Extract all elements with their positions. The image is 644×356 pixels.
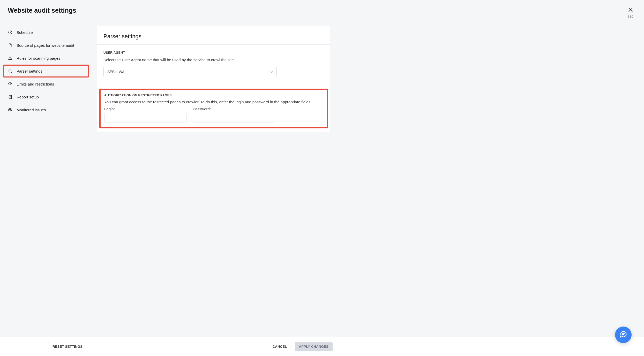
svg-point-5 [9,69,11,72]
sidebar-item-schedule[interactable]: Schedule [3,26,89,39]
sidebar-item-label: Schedule [17,30,33,35]
user-agent-section: USER AGENT Select the User Agent name th… [97,45,330,77]
sidebar-item-label: Monitored issues [17,108,46,112]
panel-title: Parser settings [103,33,141,40]
user-agent-select[interactable]: SEBot-WA [103,67,277,77]
page-title: Website audit settings [8,7,76,14]
clock-icon [8,30,12,35]
apply-changes-button[interactable]: APPLY CHANGES [295,342,333,351]
sidebar-item-label: Rules for scanning pages [17,56,60,60]
sidebar-item-limits[interactable]: Limits and restrictions [3,78,89,90]
report-icon [8,95,12,99]
authorization-section: AUTHORIZATION ON RESTRICTED PAGES You ca… [99,89,328,128]
chat-widget-button[interactable] [615,327,632,343]
sidebar-item-monitored[interactable]: Monitored issues [3,103,89,116]
cancel-button[interactable]: CANCEL [268,342,291,351]
info-icon[interactable]: i [144,34,144,37]
document-icon [8,43,12,48]
password-label: Password: [193,107,275,111]
sidebar-item-rules[interactable]: Rules for scanning pages [3,52,89,65]
reset-settings-button[interactable]: RESET SETTINGS [48,342,87,351]
section-divider [103,85,324,85]
sidebar-item-parser[interactable]: Parser settings [3,65,89,78]
magnifier-icon [8,69,12,73]
sidebar-item-label: Parser settings [17,69,42,73]
close-esc-label: ESC [627,15,634,18]
gauge-icon [8,82,12,86]
user-agent-select-wrap: SEBot-WA [103,67,277,77]
warning-icon [8,56,12,60]
sidebar-item-label: Report setup [17,95,39,99]
main-panel: Parser settings i USER AGENT Select the … [97,26,330,132]
sidebar-item-report[interactable]: Report setup [3,90,89,103]
login-label: Login: [104,107,186,111]
sidebar-item-label: Limits and restrictions [17,82,54,86]
authorization-label: AUTHORIZATION ON RESTRICTED PAGES [104,94,323,97]
login-input[interactable] [104,113,186,122]
settings-sidebar: Schedule Source of pages for website aud… [3,26,89,132]
chat-icon [619,330,627,339]
dialog-header: Website audit settings ESC [0,0,644,18]
close-button[interactable]: ESC [627,7,636,18]
user-agent-label: USER AGENT [103,51,324,55]
svg-line-6 [11,72,12,73]
password-input[interactable] [193,113,275,122]
sidebar-item-label: Source of pages for website audit [17,43,74,48]
eye-icon [8,107,12,112]
user-agent-description: Select the User Agent name that will be … [103,58,324,62]
dialog-footer: RESET SETTINGS CANCEL APPLY CHANGES [0,337,644,356]
authorization-description: You can grant access to the restricted p… [104,100,323,104]
sidebar-item-source[interactable]: Source of pages for website audit [3,39,89,52]
close-icon [628,7,633,14]
svg-point-4 [10,59,10,59]
svg-point-13 [10,109,11,111]
